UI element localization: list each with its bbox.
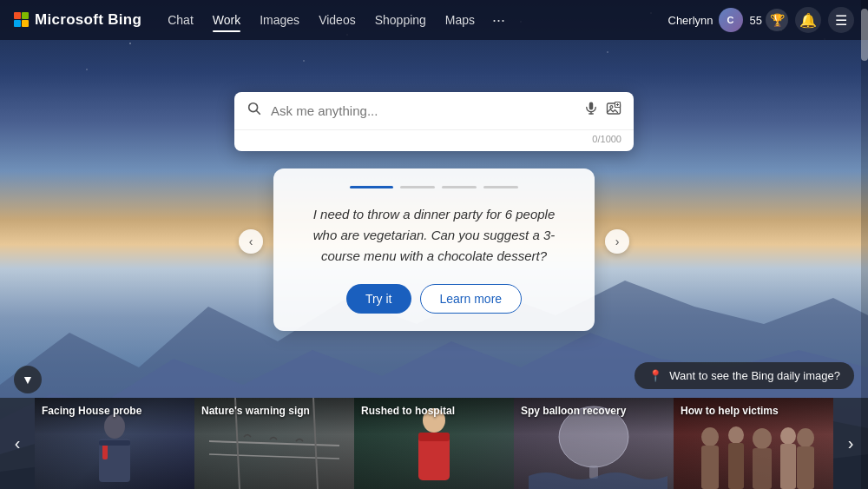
news-card-3[interactable]: Rushed to hospital	[354, 398, 514, 489]
svg-line-18	[209, 441, 339, 446]
svg-line-19	[209, 454, 339, 459]
svg-rect-17	[99, 440, 130, 446]
news-card-1[interactable]: Facing House probe	[35, 398, 194, 489]
reward-badge[interactable]: 55 🏆	[750, 9, 788, 31]
carousel-text: I need to throw a dinner party for 6 peo…	[299, 204, 569, 267]
news-card-title-4: Spy balloon recovery	[521, 405, 667, 419]
scrollbar-thumb[interactable]	[861, 9, 868, 61]
dot-1	[350, 186, 393, 188]
crowd-figure	[674, 420, 833, 489]
nav-link-images[interactable]: Images	[251, 10, 308, 30]
location-pin-icon: 📍	[648, 369, 662, 382]
logo-square-red	[14, 12, 21, 19]
chevron-down-icon: ▼	[22, 373, 34, 387]
microphone-icon[interactable]	[583, 101, 599, 121]
microsoft-logo	[14, 12, 30, 28]
reward-count: 55	[750, 14, 762, 27]
svg-point-31	[753, 428, 772, 449]
svg-point-10	[610, 106, 613, 109]
news-card-5[interactable]: How to help victims	[674, 398, 833, 489]
collapse-button[interactable]: ▼	[14, 366, 42, 393]
search-footer: 0/1000	[234, 130, 634, 151]
svg-line-5	[256, 110, 260, 114]
person-figure	[80, 411, 149, 489]
search-input[interactable]	[271, 103, 575, 118]
logo-text: Microsoft Bing	[35, 11, 141, 29]
carousel-prev-button[interactable]: ‹	[239, 229, 263, 254]
svg-point-29	[728, 426, 744, 444]
learn-more-button[interactable]: Learn more	[420, 284, 523, 314]
hamburger-icon: ☰	[835, 12, 847, 29]
chevron-left-icon: ‹	[15, 433, 21, 453]
news-card-title-2: Nature's warning sign	[201, 405, 347, 419]
svg-point-35	[797, 428, 814, 447]
carousel-card: I need to throw a dinner party for 6 peo…	[273, 169, 595, 331]
menu-button[interactable]: ☰	[828, 7, 854, 33]
image-search-icon[interactable]	[606, 101, 621, 121]
nav-link-videos[interactable]: Videos	[310, 10, 365, 30]
dot-2	[400, 186, 435, 188]
reward-icon: 🏆	[766, 9, 788, 31]
nav-links: Chat Work Images Videos Shopping Maps ··…	[159, 8, 664, 33]
nav-right: Cherlynn C 55 🏆 🔔 ☰	[668, 7, 855, 33]
svg-rect-32	[753, 448, 772, 489]
news-card-2[interactable]: Nature's warning sign	[194, 398, 354, 489]
carousel-dots	[350, 186, 518, 188]
svg-rect-6	[589, 102, 594, 110]
main-content: 0/1000 ‹ I need to throw a dinner party …	[0, 40, 868, 331]
bing-image-text: Want to see the Bing daily image?	[669, 369, 840, 382]
logo-square-blue	[14, 20, 21, 27]
search-input-row	[234, 92, 634, 130]
news-strip: ‹ Facing House probe	[0, 398, 868, 489]
user-info[interactable]: Cherlynn C	[668, 8, 743, 32]
svg-rect-36	[797, 446, 814, 489]
carousel-wrapper: ‹ I need to throw a dinner party for 6 p…	[273, 151, 595, 331]
nav-link-shopping[interactable]: Shopping	[366, 10, 435, 30]
bell-icon: 🔔	[799, 12, 817, 29]
nav-more-button[interactable]: ···	[485, 8, 512, 33]
chevron-right-icon: ›	[848, 433, 854, 453]
avatar: C	[719, 8, 743, 32]
search-tools	[583, 101, 621, 121]
char-count: 0/1000	[592, 134, 621, 144]
news-card-title-1: Facing House probe	[42, 405, 187, 419]
user-name: Cherlynn	[668, 14, 713, 27]
svg-rect-34	[780, 444, 796, 489]
news-card-title-3: Rushed to hospital	[361, 405, 507, 419]
news-cards: Facing House probe Nature's warning sign	[35, 398, 833, 489]
svg-rect-24	[418, 433, 450, 441]
dot-4	[483, 186, 518, 188]
logo-square-green	[22, 12, 29, 19]
carousel-buttons: Try it Learn more	[346, 284, 522, 314]
carousel-next-button[interactable]: ›	[605, 229, 629, 254]
search-icon	[247, 101, 262, 121]
scrollbar[interactable]	[861, 0, 868, 489]
svg-point-33	[780, 427, 796, 445]
logo-square-yellow	[22, 20, 29, 27]
bing-daily-image-button[interactable]: 📍 Want to see the Bing daily image?	[635, 362, 854, 389]
bottom-section: ▼ 📍 Want to see the Bing daily image? ‹ …	[0, 398, 868, 489]
nav-link-chat[interactable]: Chat	[159, 10, 202, 30]
news-card-4[interactable]: Spy balloon recovery	[514, 398, 674, 489]
nav-link-work[interactable]: Work	[204, 10, 249, 30]
news-prev-button[interactable]: ‹	[0, 398, 35, 489]
try-it-button[interactable]: Try it	[346, 284, 411, 314]
notifications-button[interactable]: 🔔	[795, 7, 821, 33]
news-card-title-5: How to help victims	[681, 405, 826, 419]
svg-rect-28	[701, 446, 719, 489]
navbar: Microsoft Bing Chat Work Images Videos S…	[0, 0, 868, 40]
person-red-figure	[395, 406, 473, 489]
nav-link-maps[interactable]: Maps	[437, 10, 483, 30]
logo-area: Microsoft Bing	[14, 11, 141, 29]
dot-3	[442, 186, 477, 188]
svg-rect-30	[728, 443, 744, 489]
svg-point-27	[701, 427, 719, 446]
search-container: 0/1000	[234, 92, 634, 151]
